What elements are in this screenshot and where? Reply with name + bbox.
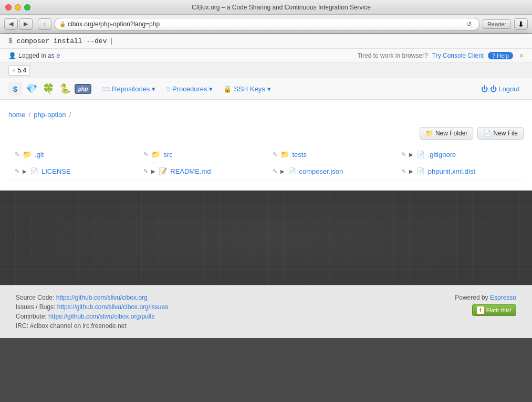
list-item: ✎ 📁 src (137, 146, 266, 163)
lang-icon-ruby[interactable]: 💎 (24, 81, 39, 96)
folder-icon: 📁 (23, 150, 32, 158)
file-link[interactable]: phpunit.xml.dist (428, 167, 475, 175)
breadcrumb-sep-2: / (69, 111, 71, 119)
new-file-button[interactable]: 📄 New File (477, 127, 524, 140)
play-icon[interactable]: ▶ (409, 152, 413, 157)
play-icon[interactable]: ▶ (280, 168, 285, 174)
url-text[interactable]: cibox.org/e/php-option?lang=php (68, 20, 461, 28)
folder-icon: 📁 (280, 150, 289, 158)
repositories-label: ≡ Repositories (106, 85, 150, 93)
issues-label: Issues / Bugs: (16, 303, 55, 311)
version-close-icon[interactable]: × (12, 67, 15, 73)
cursor: ▎ (111, 38, 114, 45)
version-number: 5.4 (17, 67, 26, 74)
back-button[interactable]: ◀ (4, 18, 18, 30)
file-link[interactable]: README.md (170, 167, 211, 175)
flattr-icon: f (477, 306, 484, 314)
command-text: composer install --dev (17, 37, 107, 45)
issues-link[interactable]: https://github.com/slivu/cibox.org/issue… (57, 303, 168, 311)
breadcrumb-sep-1: / (29, 111, 31, 119)
edit-icon[interactable]: ✎ (273, 168, 277, 175)
file-icon: 📄 (416, 167, 425, 175)
maximize-button[interactable] (24, 4, 30, 10)
lang-icon-python[interactable]: 🐍 (58, 81, 72, 96)
minimize-button[interactable] (15, 4, 21, 10)
logged-in-info: 👤 Logged in as e (8, 52, 60, 59)
list-item: ✎ ▶ 📄 LICENSE (8, 163, 137, 180)
ssh-dropdown-icon: ▾ (267, 85, 271, 93)
page-container: $ composer install --dev ▎ 👤 Logged in a… (0, 34, 532, 191)
source-code-link[interactable]: https://github.com/slivu/cibox.org (56, 294, 148, 301)
main-area: home / php-option / 📁 New Folder 📄 New F… (0, 100, 532, 191)
notice-close-button[interactable]: × (519, 51, 524, 60)
lang-icon-dollar[interactable]: $ (8, 82, 22, 96)
flattr-label: Flattr this! (486, 307, 512, 313)
file-link[interactable]: LICENSE (41, 167, 71, 175)
repositories-icon: ≡ (102, 85, 106, 93)
play-icon[interactable]: ▶ (23, 168, 27, 174)
list-item: ✎ ▶ 📄 composer.json (266, 163, 395, 180)
reader-button[interactable]: Reader (483, 19, 511, 29)
breadcrumb-folder-link[interactable]: php-option (34, 111, 66, 119)
reload-button[interactable]: ↺ (463, 18, 475, 30)
procedures-label: Procedures (172, 85, 207, 93)
procedures-link[interactable]: ≡ Procedures ▾ (162, 83, 217, 95)
footer: Source Code: https://github.com/slivu/ci… (0, 285, 532, 338)
file-list: ✎ 📁 .git ✎ 📁 src ✎ 📁 tests (8, 146, 524, 180)
console-notice: Tired to work in browser? Try Console Cl… (357, 51, 524, 60)
file-link[interactable]: composer.json (299, 167, 343, 175)
repositories-dropdown-icon: ▾ (152, 85, 155, 93)
footer-source-row: Source Code: https://github.com/slivu/ci… (16, 294, 168, 301)
espresso-link[interactable]: Espresso (490, 294, 516, 301)
downloads-button[interactable]: ⬇ (514, 18, 528, 30)
play-icon[interactable]: ▶ (151, 168, 155, 174)
logout-link[interactable]: ⏻ ⏻ Logout (477, 83, 524, 95)
edit-icon[interactable]: ✎ (273, 151, 277, 158)
help-badge[interactable]: ? Help (488, 52, 513, 59)
browser-nav-bar: ◀ ▶ ↑ 🔒 cibox.org/e/php-option?lang=php … (0, 15, 532, 34)
edit-icon[interactable]: ✎ (15, 168, 19, 175)
list-item: ✎ ▶ 📝 README.md (137, 163, 266, 180)
ssh-keys-link[interactable]: 🔒 SSH Keys ▾ (219, 83, 275, 95)
logout-icon: ⏻ (481, 85, 488, 93)
file-actions: 📁 New Folder 📄 New File (8, 127, 524, 140)
share-button[interactable]: ↑ (38, 18, 51, 30)
play-icon[interactable]: ▶ (409, 168, 413, 174)
edit-icon[interactable]: ✎ (143, 168, 148, 175)
file-link[interactable]: src (163, 151, 172, 158)
lang-icon-php[interactable]: php (75, 84, 91, 94)
repositories-link[interactable]: ≡ ≡ Repositories ▾ (98, 83, 160, 95)
footer-right: Powered by Espresso f Flattr this! (455, 294, 516, 316)
flattr-button[interactable]: f Flattr this! (472, 304, 516, 316)
file-link[interactable]: tests (293, 151, 307, 158)
contribute-label: Contribute: (16, 313, 47, 320)
list-item: ✎ 📁 .git (8, 146, 137, 163)
list-item: ✎ 📁 tests (266, 146, 395, 163)
new-folder-icon: 📁 (425, 130, 433, 137)
file-link[interactable]: .gitignore (428, 151, 456, 158)
console-client-link[interactable]: Try Console Client (432, 52, 484, 59)
window-title: CIBox.org – a Code Sharing and Continuou… (36, 4, 527, 11)
lock-icon: 🔒 (223, 85, 232, 93)
procedures-icon: ≡ (166, 85, 170, 93)
edit-icon[interactable]: ✎ (15, 151, 19, 158)
edit-icon[interactable]: ✎ (401, 168, 406, 175)
nav-menu: $ 💎 🍀 🐍 php ≡ ≡ Repositories ▾ ≡ Procedu… (0, 78, 532, 100)
irc-label: IRC: #cibox channel on irc.freenode.net (16, 322, 127, 330)
lang-icon-green[interactable]: 🍀 (41, 81, 56, 96)
version-tag: × 5.4 (8, 65, 30, 76)
file-icon: 📄 (30, 167, 38, 175)
user-bar: 👤 Logged in as e Tired to work in browse… (0, 49, 532, 63)
forward-button[interactable]: ▶ (19, 18, 33, 30)
powered-label: Powered by (455, 294, 488, 301)
new-folder-button[interactable]: 📁 New Folder (420, 127, 473, 140)
file-link[interactable]: .git (35, 151, 44, 158)
new-file-label: New File (493, 130, 518, 137)
user-icon: 👤 (8, 52, 16, 59)
contribute-link[interactable]: https://github.com/slivu/cibox.org/pulls (48, 313, 154, 320)
close-button[interactable] (5, 4, 12, 10)
edit-icon[interactable]: ✎ (401, 151, 406, 158)
breadcrumb-home-link[interactable]: home (8, 111, 26, 119)
edit-icon[interactable]: ✎ (143, 151, 148, 158)
address-bar[interactable]: 🔒 cibox.org/e/php-option?lang=php ↺ (55, 18, 479, 30)
